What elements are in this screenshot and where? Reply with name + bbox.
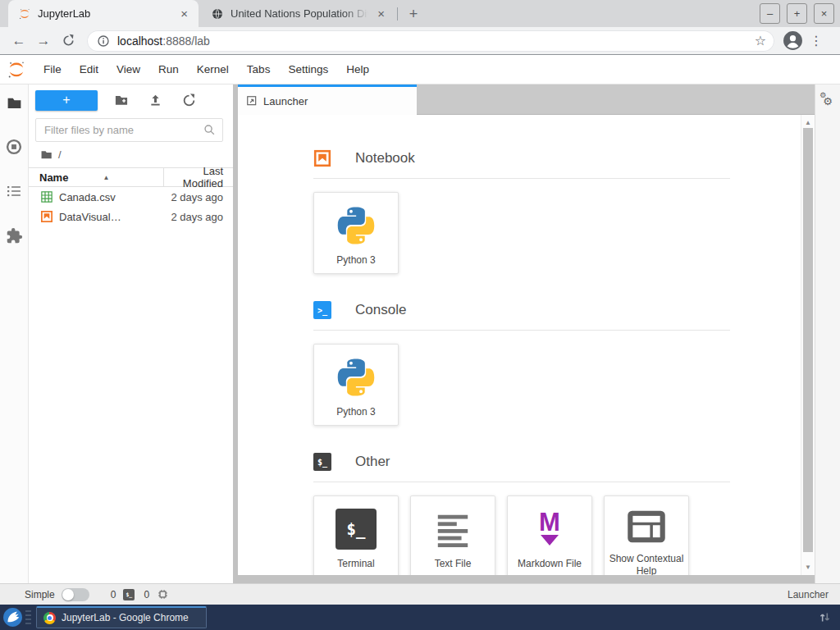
menu-tabs[interactable]: Tabs	[238, 63, 280, 75]
simple-mode-toggle[interactable]	[62, 588, 89, 601]
launcher-card-console-python3[interactable]: Python 3	[313, 344, 399, 426]
console-section: >_ Console Python 3	[313, 301, 730, 426]
property-inspector-icon[interactable]: ⚙⚙	[823, 96, 833, 583]
browser-tab-jupyterlab[interactable]: JupyterLab ×	[8, 0, 199, 27]
file-row-canada-csv[interactable]: Canada.csv 2 days ago	[29, 187, 233, 207]
launcher-card-notebook-python3[interactable]: Python 3	[313, 192, 399, 274]
taskbar: JupyterLab - Google Chrome	[0, 605, 840, 630]
tab-separator	[397, 7, 398, 21]
filter-files-field	[35, 118, 223, 142]
section-title: Notebook	[355, 150, 415, 167]
activity-bar	[0, 84, 29, 583]
sort-ascending-icon: ▲	[103, 174, 109, 181]
terminals-count: 0	[111, 589, 116, 600]
spreadsheet-icon	[40, 190, 53, 203]
file-modified: 2 days ago	[158, 191, 233, 203]
launcher-tab[interactable]: Launcher	[238, 84, 417, 115]
status-bar: Simple 0 $_ 0 Launcher	[0, 583, 840, 605]
kernel-status-icon[interactable]	[157, 588, 169, 600]
new-tab-button[interactable]: +	[404, 4, 423, 24]
menu-settings[interactable]: Settings	[279, 63, 337, 75]
breadcrumb-root[interactable]: /	[58, 148, 62, 161]
launcher-card-terminal[interactable]: $_ Terminal	[313, 495, 399, 575]
other-section: $_ Other $_ Terminal	[313, 453, 730, 575]
menu-edit[interactable]: Edit	[71, 63, 107, 75]
chrome-icon	[43, 612, 56, 624]
window-close-button[interactable]: ×	[814, 3, 834, 24]
bookmark-star-icon[interactable]: ☆	[755, 33, 766, 48]
scrollbar-thumb[interactable]	[803, 128, 813, 552]
page-info-icon[interactable]	[97, 34, 110, 48]
tab-close-icon[interactable]: ×	[375, 7, 387, 21]
terminal-status-icon[interactable]: $_	[123, 589, 135, 600]
taskbar-window-button[interactable]: JupyterLab - Google Chrome	[36, 606, 207, 628]
upload-icon[interactable]	[145, 90, 165, 110]
section-title: Other	[355, 454, 390, 470]
menu-kernel[interactable]: Kernel	[188, 63, 238, 75]
launcher-panel: Notebook Python 3	[238, 115, 815, 575]
kernels-count: 0	[144, 589, 149, 600]
globe-favicon	[211, 7, 224, 21]
markdown-icon: M	[539, 513, 560, 546]
breadcrumb[interactable]: /	[29, 142, 233, 167]
vertical-scrollbar[interactable]: ▲ ▼	[801, 115, 815, 575]
launcher-card-text-file[interactable]: Text File	[410, 495, 495, 575]
card-label: Show Contextual Help	[605, 553, 688, 575]
menu-help[interactable]: Help	[337, 63, 378, 75]
extension-manager-icon[interactable]	[4, 226, 24, 245]
dock-bottom-strip	[238, 575, 815, 583]
url-text[interactable]: localhost:8888/lab	[117, 34, 755, 48]
window-maximize-button[interactable]: +	[787, 3, 807, 24]
filter-files-input[interactable]	[35, 118, 223, 142]
file-browser-icon[interactable]	[4, 93, 24, 112]
applications-menu-icon[interactable]	[2, 607, 23, 628]
browser-menu-icon[interactable]: ⋮	[806, 33, 826, 48]
console-icon: >_	[313, 301, 331, 319]
menu-file[interactable]: File	[34, 63, 71, 75]
refresh-icon[interactable]	[179, 90, 199, 110]
reload-icon[interactable]	[56, 34, 80, 48]
section-divider	[313, 330, 730, 331]
tab-title: United Nations Population Divis	[231, 7, 368, 20]
browser-tabstrip: JupyterLab × United Nations Population D…	[0, 0, 840, 27]
browser-tab-un-population[interactable]: United Nations Population Divis ×	[201, 0, 395, 27]
tabs-list-icon[interactable]	[4, 181, 24, 201]
browser-toolbar: ← → localhost:8888/lab ☆ ⋮	[0, 27, 840, 55]
scroll-down-icon[interactable]: ▼	[801, 564, 815, 571]
status-context-label: Launcher	[788, 589, 829, 600]
file-modified: 2 days ago	[158, 211, 233, 223]
launcher-icon	[246, 95, 258, 107]
file-browser-panel: +	[29, 84, 233, 583]
section-divider	[313, 178, 730, 179]
menu-view[interactable]: View	[107, 63, 149, 75]
tab-title: JupyterLab	[38, 7, 171, 20]
taskbar-window-label: JupyterLab - Google Chrome	[62, 612, 189, 623]
dock-tab-bar: Launcher	[238, 84, 815, 115]
column-last-modified[interactable]: Last Modified	[164, 165, 233, 189]
scroll-up-icon[interactable]: ▲	[801, 119, 815, 126]
new-launcher-button[interactable]: +	[35, 90, 98, 111]
search-icon	[203, 123, 217, 137]
contextual-help-icon	[626, 506, 667, 547]
simple-mode-label: Simple	[25, 589, 55, 600]
running-sessions-icon[interactable]	[4, 137, 24, 157]
launcher-card-markdown-file[interactable]: M Markdown File	[507, 495, 592, 575]
terminal-icon: $_	[336, 509, 377, 550]
address-bar[interactable]: localhost:8888/lab ☆	[87, 30, 774, 52]
card-label: Terminal	[333, 558, 378, 569]
window-minimize-button[interactable]: –	[760, 3, 780, 24]
launcher-card-contextual-help[interactable]: Show Contextual Help	[604, 495, 689, 575]
column-name[interactable]: Name ▲	[29, 168, 164, 186]
menu-run[interactable]: Run	[149, 63, 188, 75]
network-icon[interactable]	[818, 610, 832, 624]
tab-close-icon[interactable]: ×	[178, 7, 190, 21]
back-icon[interactable]: ←	[7, 33, 31, 49]
profile-avatar[interactable]	[783, 30, 803, 51]
file-row-datavisual[interactable]: DataVisual… 2 days ago	[29, 207, 233, 226]
file-list-header: Name ▲ Last Modified	[29, 167, 233, 187]
new-folder-icon[interactable]	[112, 90, 131, 110]
section-divider	[313, 482, 730, 482]
forward-icon[interactable]: →	[31, 33, 56, 49]
card-label: Python 3	[332, 406, 379, 418]
folder-icon	[40, 148, 52, 161]
